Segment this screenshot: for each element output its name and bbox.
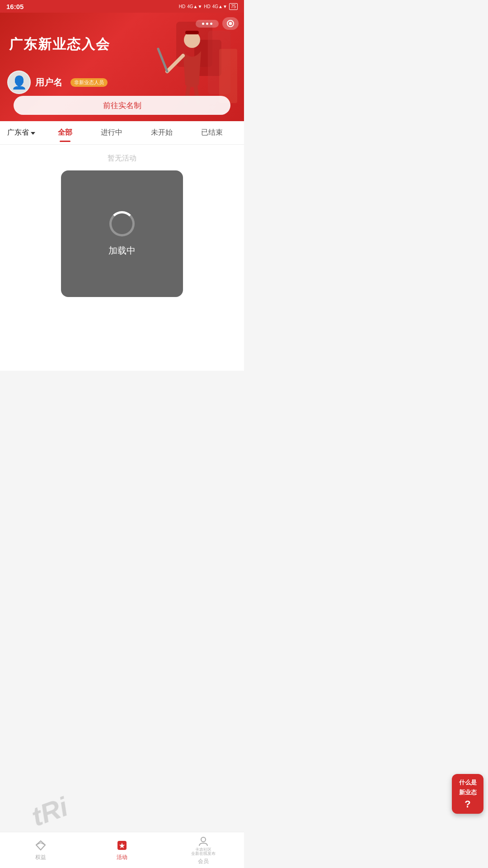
tab-ongoing[interactable]: 进行中 [98, 122, 125, 144]
dot1 [202, 23, 204, 25]
status-bar: 16:05 HD 4G▲▼ HD 4G▲▼ 75 [0, 0, 244, 13]
signal-4g: 4G▲▼ [187, 4, 202, 9]
province-label: 广东省 [7, 128, 29, 137]
status-icons: HD 4G▲▼ HD 4G▲▼ 75 [179, 3, 238, 10]
realname-button[interactable]: 前往实名制 [14, 96, 230, 115]
filter-bar: 广东省 全部 进行中 未开始 已结束 [0, 121, 244, 145]
hd-label2: HD [204, 4, 210, 9]
battery-indicator: 75 [229, 3, 238, 10]
avatar[interactable]: 👤 [7, 71, 31, 94]
tab-ended[interactable]: 已结束 [198, 122, 225, 144]
dot3 [210, 23, 212, 25]
svg-rect-9 [185, 31, 199, 34]
banner-title: 广东新业态入会 [9, 35, 110, 54]
tab-all[interactable]: 全部 [55, 122, 75, 144]
signal-4g2: 4G▲▼ [212, 4, 227, 9]
user-info-row: 👤 用户名 非新业态人员 [7, 71, 108, 94]
loading-card: 加载中 [61, 170, 183, 297]
dot2 [206, 23, 208, 25]
hd-label: HD [179, 4, 185, 9]
user-type-badge: 非新业态人员 [70, 78, 108, 87]
svg-line-6 [158, 49, 167, 71]
more-options-button[interactable] [196, 20, 219, 28]
banner-topbar [196, 17, 239, 30]
chevron-down-icon [31, 132, 35, 135]
province-selector[interactable]: 广东省 [7, 128, 35, 137]
tab-notstarted[interactable]: 未开始 [148, 122, 175, 144]
loading-spinner [109, 211, 135, 236]
record-button[interactable] [222, 17, 239, 30]
record-icon [227, 20, 234, 27]
filter-tabs: 全部 进行中 未开始 已结束 [43, 122, 237, 144]
avatar-icon: 👤 [11, 75, 27, 90]
svg-rect-3 [219, 49, 237, 103]
main-content: 暂无活动 加载中 [0, 145, 244, 371]
status-time: 16:05 [6, 3, 23, 10]
username-label: 用户名 [35, 76, 62, 89]
realname-button-label: 前往实名制 [103, 100, 141, 111]
banner-section: 广东新业态入会 👤 用户名 非新业态人员 前往实名制 [0, 13, 244, 121]
empty-text: 暂无活动 [108, 154, 136, 163]
loading-label: 加载中 [108, 245, 136, 257]
